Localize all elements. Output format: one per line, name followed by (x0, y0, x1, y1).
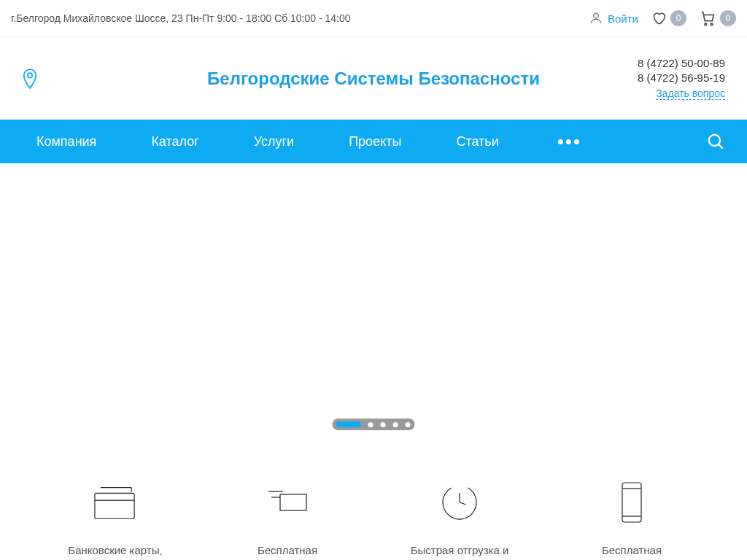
nav-items: Компания Каталог Услуги Проекты Статьи (36, 134, 584, 149)
feature-text: Быстрая отгрузка и (411, 542, 509, 558)
feature-payment: Банковские карты, (29, 483, 201, 558)
feature-text: Бесплатная (602, 542, 662, 558)
svg-point-2 (711, 23, 713, 26)
svg-rect-10 (280, 494, 306, 510)
location-pin[interactable] (22, 68, 58, 90)
nav-more-button[interactable] (554, 139, 584, 144)
topbar-right: Войти 0 0 (589, 10, 736, 26)
slider-dot[interactable] (368, 422, 374, 427)
feature-delivery: Бесплатная (201, 483, 374, 558)
navbar: Компания Каталог Услуги Проекты Статьи (0, 120, 747, 163)
svg-point-4 (709, 135, 720, 146)
hero-slider (0, 163, 747, 439)
topbar: г.Белгород Михайловское Шоссе, 23 Пн-Пт … (0, 0, 747, 37)
slider-dot[interactable] (381, 422, 386, 427)
feature-text: Банковские карты, (68, 542, 162, 558)
phone-icon (610, 483, 654, 522)
phone-2[interactable]: 8 (4722) 56-95-19 (638, 71, 725, 84)
svg-line-15 (460, 502, 466, 505)
user-icon (589, 11, 603, 26)
search-button[interactable] (706, 132, 725, 151)
more-dot-icon (566, 139, 571, 144)
topbar-address: г.Белгород Михайловское Шоссе, 23 Пн-Пт … (11, 12, 351, 24)
cart-count-badge: 0 (720, 10, 736, 26)
wishlist-block[interactable]: 0 (651, 10, 686, 26)
logo-text: Белгородские Системы Безопасности (207, 69, 540, 88)
header-contacts: 8 (4722) 50-00-89 8 (4722) 56-95-19 Зада… (638, 57, 725, 100)
nav-item-articles[interactable]: Статьи (456, 134, 498, 149)
phone-1[interactable]: 8 (4722) 50-00-89 (638, 57, 725, 69)
features-row: Банковские карты, Бесплатная Быстрая отг… (0, 439, 747, 558)
feature-fast: Быстрая отгрузка и (374, 483, 546, 558)
svg-point-1 (705, 23, 707, 26)
more-dot-icon (558, 139, 563, 144)
delivery-icon (266, 483, 309, 522)
header: Белгородские Системы Безопасности 8 (472… (0, 37, 747, 120)
nav-item-catalog[interactable]: Каталог (151, 134, 198, 149)
slider-dot-active[interactable] (336, 421, 361, 427)
svg-point-3 (28, 73, 32, 77)
svg-point-0 (594, 13, 599, 18)
feature-text: Бесплатная (258, 542, 317, 558)
login-block[interactable]: Войти (589, 11, 638, 26)
cart-icon (700, 10, 716, 26)
feature-free: Бесплатная (546, 483, 718, 558)
header-logo: Белгородские Системы Безопасности (0, 69, 747, 89)
slider-dot[interactable] (406, 422, 411, 427)
slider-dots (333, 419, 415, 430)
ask-question-link[interactable]: Задать вопрос (656, 88, 725, 100)
more-dot-icon (574, 139, 579, 144)
nav-item-projects[interactable]: Проекты (349, 134, 401, 149)
card-icon (93, 483, 137, 522)
nav-item-services[interactable]: Услуги (254, 134, 294, 149)
wishlist-count-badge: 0 (670, 10, 686, 26)
slider-dot[interactable] (393, 422, 398, 427)
cart-block[interactable]: 0 (700, 10, 736, 26)
clock-icon (438, 483, 481, 522)
svg-line-5 (719, 144, 723, 149)
heart-icon (651, 11, 666, 26)
nav-item-company[interactable]: Компания (36, 134, 96, 149)
login-link[interactable]: Войти (608, 12, 638, 25)
svg-rect-6 (95, 493, 134, 518)
